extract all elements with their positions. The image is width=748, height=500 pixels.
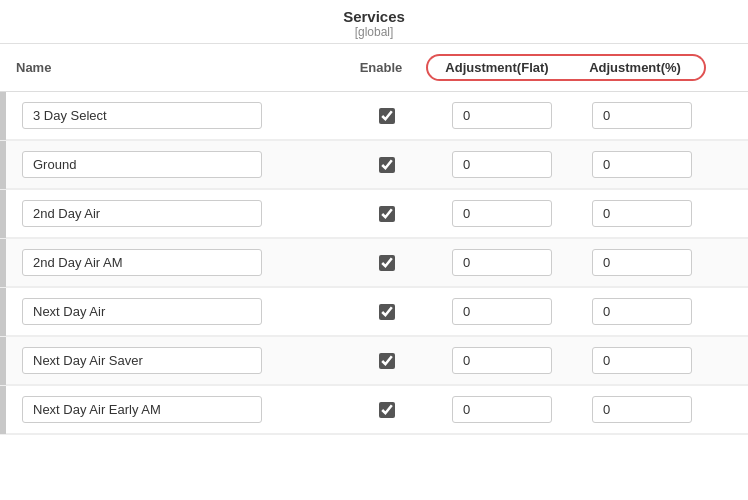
- service-name-col: [22, 102, 342, 129]
- service-name-input[interactable]: [22, 102, 262, 129]
- pct-adj-col: [572, 298, 712, 325]
- pct-adj-input[interactable]: [592, 249, 692, 276]
- page-subtitle: [global]: [0, 25, 748, 39]
- pct-adj-col: [572, 249, 712, 276]
- enable-col: [342, 255, 432, 271]
- pct-adj-input[interactable]: [592, 102, 692, 129]
- enable-col: [342, 353, 432, 369]
- service-name-input[interactable]: [22, 347, 262, 374]
- enable-checkbox[interactable]: [379, 304, 395, 320]
- flat-adj-input[interactable]: [452, 151, 552, 178]
- table-row: [0, 190, 748, 239]
- flat-adj-col: [432, 249, 572, 276]
- enable-col: [342, 157, 432, 173]
- pct-adj-input[interactable]: [592, 151, 692, 178]
- table-row: [0, 386, 748, 435]
- enable-col: [342, 206, 432, 222]
- enable-checkbox[interactable]: [379, 157, 395, 173]
- page-title: Services: [0, 8, 748, 25]
- table-row: [0, 288, 748, 337]
- service-name-input[interactable]: [22, 298, 262, 325]
- pct-adj-col: [572, 347, 712, 374]
- flat-adj-input[interactable]: [452, 347, 552, 374]
- enable-col: [342, 304, 432, 320]
- service-name-col: [22, 396, 342, 423]
- flat-adj-input[interactable]: [452, 396, 552, 423]
- table-header: Name Enable Adjustment(Flat) Adjustment(…: [0, 44, 748, 92]
- service-name-col: [22, 249, 342, 276]
- col-flat-header: Adjustment(Flat): [426, 54, 566, 81]
- service-name-input[interactable]: [22, 249, 262, 276]
- enable-col: [342, 108, 432, 124]
- service-name-input[interactable]: [22, 151, 262, 178]
- service-name-input[interactable]: [22, 396, 262, 423]
- flat-adj-col: [432, 396, 572, 423]
- flat-adj-input[interactable]: [452, 102, 552, 129]
- pct-adj-input[interactable]: [592, 396, 692, 423]
- page-container: Services [global] Name Enable Adjustment…: [0, 0, 748, 435]
- pct-adj-input[interactable]: [592, 298, 692, 325]
- table-row: [0, 337, 748, 386]
- pct-adj-input[interactable]: [592, 347, 692, 374]
- service-name-col: [22, 200, 342, 227]
- enable-checkbox[interactable]: [379, 206, 395, 222]
- enable-col: [342, 402, 432, 418]
- enable-checkbox[interactable]: [379, 353, 395, 369]
- enable-checkbox[interactable]: [379, 108, 395, 124]
- flat-adj-col: [432, 102, 572, 129]
- pct-adj-col: [572, 200, 712, 227]
- flat-adj-col: [432, 298, 572, 325]
- enable-checkbox[interactable]: [379, 255, 395, 271]
- table-row: [0, 141, 748, 190]
- flat-adj-input[interactable]: [452, 200, 552, 227]
- pct-adj-col: [572, 396, 712, 423]
- service-name-col: [22, 347, 342, 374]
- table-row: [0, 92, 748, 141]
- pct-adj-col: [572, 102, 712, 129]
- service-name-input[interactable]: [22, 200, 262, 227]
- flat-adj-col: [432, 151, 572, 178]
- col-pct-header: Adjustment(%): [566, 54, 706, 81]
- adjustment-group-header: Adjustment(Flat) Adjustment(%): [426, 54, 673, 81]
- service-name-col: [22, 151, 342, 178]
- table-row: [0, 239, 748, 288]
- col-enable-header: Enable: [336, 60, 426, 75]
- flat-adj-col: [432, 347, 572, 374]
- enable-checkbox[interactable]: [379, 402, 395, 418]
- service-name-col: [22, 298, 342, 325]
- flat-adj-col: [432, 200, 572, 227]
- page-header: Services [global]: [0, 0, 748, 44]
- pct-adj-input[interactable]: [592, 200, 692, 227]
- flat-adj-input[interactable]: [452, 298, 552, 325]
- pct-adj-col: [572, 151, 712, 178]
- services-table: [0, 92, 748, 435]
- col-name-header: Name: [16, 60, 336, 75]
- flat-adj-input[interactable]: [452, 249, 552, 276]
